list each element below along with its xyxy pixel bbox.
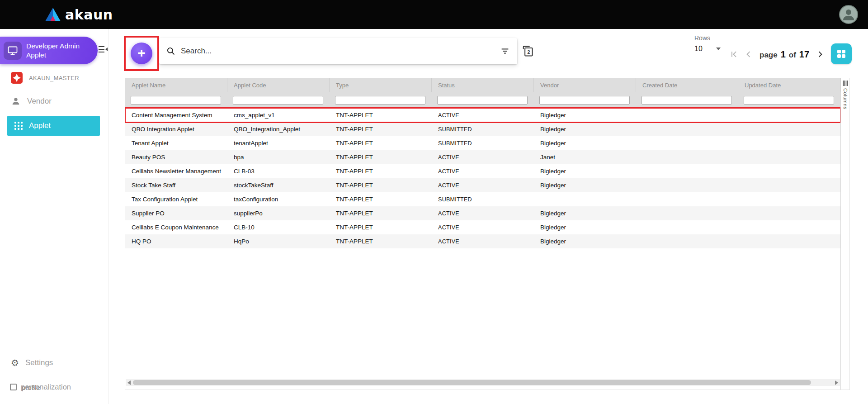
cell-type: TNT-APPLET xyxy=(330,150,432,164)
annotation-box-add-button: + xyxy=(124,36,159,71)
scroll-right-icon[interactable] xyxy=(835,380,838,385)
grid-view-button[interactable] xyxy=(831,43,852,64)
filter-cell-vendor xyxy=(534,95,636,105)
cell-vendor: Bigledger xyxy=(534,164,636,178)
table-row[interactable]: Celllabs E Coupon MaintenanceCLB-10TNT-A… xyxy=(125,220,840,234)
cell-code: CLB-03 xyxy=(227,164,330,178)
column-header-name[interactable]: Applet Name xyxy=(125,78,227,92)
column-header-created[interactable]: Created Date xyxy=(636,78,738,92)
filter-cell-type xyxy=(330,95,432,105)
sidebar-item-label: Vendor xyxy=(27,97,52,106)
rows-label: Rows xyxy=(694,34,727,42)
cell-vendor: Bigledger xyxy=(534,206,636,220)
filter-input-type[interactable] xyxy=(335,96,425,105)
columns-rail-label: Columns xyxy=(843,88,848,109)
column-header-status[interactable]: Status xyxy=(432,78,534,92)
filter-input-created[interactable] xyxy=(642,96,732,105)
table-row[interactable]: Beauty POSbpaTNT-APPLETACTIVEJanet xyxy=(125,150,840,164)
filter-icon[interactable] xyxy=(500,46,510,56)
column-header-updated[interactable]: Updated Date xyxy=(738,78,840,92)
table-row[interactable]: Stock Take StaffstockTakeStaffTNT-APPLET… xyxy=(125,178,840,192)
duplicate-pages-icon[interactable]: 2 xyxy=(521,44,534,58)
developer-admin-applet-button[interactable]: Developer Admin Applet xyxy=(0,37,98,64)
user-avatar[interactable] xyxy=(839,5,858,24)
cell-updated xyxy=(738,136,840,150)
table-row[interactable]: QBO Integration AppletQBO_Integration_Ap… xyxy=(125,122,840,136)
columns-icon xyxy=(843,81,848,86)
cell-status: SUBMITTED xyxy=(432,136,534,150)
scrollbar-thumb[interactable] xyxy=(133,380,811,385)
table-header-row: Applet NameApplet CodeTypeStatusVendorCr… xyxy=(125,78,840,92)
applet-table: Applet NameApplet CodeTypeStatusVendorCr… xyxy=(125,78,850,390)
filter-cell-updated xyxy=(738,95,840,105)
pagination: page 1 of 17 xyxy=(729,49,840,60)
columns-panel-toggle[interactable]: Columns xyxy=(840,78,849,390)
cell-updated xyxy=(738,206,840,220)
sidebar-item-vendor[interactable]: Vendor xyxy=(0,90,108,112)
topbar: akaun xyxy=(0,0,868,29)
next-page-button[interactable] xyxy=(815,49,826,60)
sidebar-item-personalization[interactable]: profile personalization xyxy=(10,382,105,394)
table-row[interactable]: Content Management Systemcms_applet_v1TN… xyxy=(125,108,840,122)
cell-name: Tax Configuration Applet xyxy=(125,192,227,206)
cell-created xyxy=(636,178,738,192)
cell-vendor: Bigledger xyxy=(534,136,636,150)
sidebar-item-applet[interactable]: Applet xyxy=(7,116,100,136)
cell-code: HqPo xyxy=(227,234,330,248)
cell-status: ACTIVE xyxy=(432,178,534,192)
column-header-type[interactable]: Type xyxy=(330,78,432,92)
previous-page-button[interactable] xyxy=(743,49,754,60)
gear-icon: ⚙ xyxy=(11,358,19,367)
search-bar xyxy=(159,38,517,64)
cell-name: Stock Take Staff xyxy=(125,178,227,192)
cell-vendor: Janet xyxy=(534,150,636,164)
filter-input-code[interactable] xyxy=(233,96,323,105)
cell-type: TNT-APPLET xyxy=(330,206,432,220)
profile-checkbox[interactable] xyxy=(10,384,17,390)
table-row[interactable]: Supplier POsupplierPoTNT-APPLETACTIVEBig… xyxy=(125,206,840,220)
filter-cell-status xyxy=(432,95,534,105)
table-row[interactable]: HQ POHqPoTNT-APPLETACTIVEBigledger xyxy=(125,234,840,248)
table-row[interactable]: Celllabs Newsletter ManagementCLB-03TNT-… xyxy=(125,164,840,178)
column-header-vendor[interactable]: Vendor xyxy=(534,78,636,92)
cell-type: TNT-APPLET xyxy=(330,164,432,178)
scroll-left-icon[interactable] xyxy=(127,380,131,385)
cell-created xyxy=(636,164,738,178)
svg-text:2: 2 xyxy=(527,49,530,55)
page-indicator: page 1 of 17 xyxy=(760,49,809,60)
table-row[interactable]: Tenant ApplettenantAppletTNT-APPLETSUBMI… xyxy=(125,136,840,150)
akaun-master-icon xyxy=(11,72,23,84)
rows-value: 10 xyxy=(694,45,703,53)
menu-open-icon[interactable] xyxy=(97,43,109,56)
table-row[interactable]: Tax Configuration ApplettaxConfiguration… xyxy=(125,192,840,206)
current-page: 1 xyxy=(781,49,786,60)
rows-per-page-select[interactable]: 10 xyxy=(694,45,721,55)
table-filter-row xyxy=(125,92,840,108)
cell-created xyxy=(636,150,738,164)
cell-status: ACTIVE xyxy=(432,150,534,164)
add-applet-button[interactable]: + xyxy=(131,43,152,64)
sidebar-item-akaun-master[interactable]: AKAUN_MASTER xyxy=(0,69,108,87)
filter-input-name[interactable] xyxy=(131,96,221,105)
of-word: of xyxy=(789,51,796,60)
monitor-icon xyxy=(4,42,22,60)
cell-name: HQ PO xyxy=(125,234,227,248)
search-input[interactable] xyxy=(181,47,495,56)
filter-input-updated[interactable] xyxy=(744,96,834,105)
sidebar-item-label: Applet xyxy=(29,121,51,130)
first-page-button[interactable] xyxy=(729,49,740,60)
horizontal-scrollbar[interactable] xyxy=(126,379,840,386)
cell-updated xyxy=(738,178,840,192)
cell-updated xyxy=(738,220,840,234)
column-header-code[interactable]: Applet Code xyxy=(227,78,330,92)
rows-per-page: Rows 10 xyxy=(694,34,727,55)
cell-vendor: Bigledger xyxy=(534,220,636,234)
cell-type: TNT-APPLET xyxy=(330,178,432,192)
main-content: + 2 Rows 10 xyxy=(108,29,868,404)
personalization-label: personalization xyxy=(21,383,71,391)
sidebar-item-settings[interactable]: ⚙ Settings xyxy=(0,353,108,373)
filter-input-vendor[interactable] xyxy=(539,96,630,105)
cell-created xyxy=(636,136,738,150)
filter-input-status[interactable] xyxy=(437,96,528,105)
cell-type: TNT-APPLET xyxy=(330,136,432,150)
